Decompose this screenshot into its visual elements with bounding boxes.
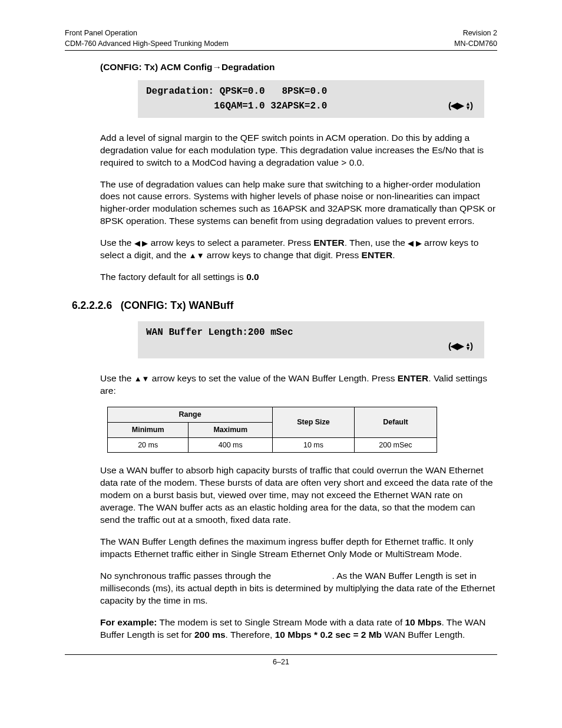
table-row: 20 ms 400 ms 10 ms 200 mSec — [108, 437, 437, 453]
nav-arrows-icon: (◀▶ ▲▼) — [448, 99, 476, 112]
th-min: Minimum — [108, 422, 189, 437]
paragraph-wanbuff-length: The WAN Buffer Length defines the maximu… — [100, 536, 497, 561]
arrow-right-icon: → — [213, 62, 222, 72]
th-default: Default — [354, 407, 437, 437]
table-header-row-1: Range Step Size Default — [108, 407, 437, 422]
default-value: 0.0 — [246, 272, 259, 282]
page-header: Front Panel Operation Revision 2 — [65, 28, 497, 38]
lcd-line-1: Degradation: QPSK=0.0 8PSK=0.0 — [146, 86, 327, 97]
section-title: (CONFIG: Tx) WANBuff — [121, 299, 234, 311]
page-number: 6–21 — [65, 657, 497, 667]
example-length: 200 ms — [194, 630, 226, 640]
td-max: 400 ms — [189, 437, 273, 453]
left-right-arrow-icon: ◀ ▶ — [134, 239, 148, 248]
enter-key-label: ENTER — [362, 250, 393, 260]
section-heading-degradation: (CONFIG: Tx) ACM Config→Degradation — [100, 61, 497, 74]
up-down-arrow-icon: ▲▼ — [134, 374, 150, 383]
th-step: Step Size — [273, 407, 355, 437]
paragraph-degradation-intro: Add a level of signal margin to the QEF … — [100, 132, 497, 169]
example-calc: 10 Mbps * 0.2 sec = 2 Mb — [275, 630, 382, 640]
paragraph-wanbuff-purpose: Use a WAN buffer to absorb high capacity… — [100, 465, 497, 526]
section-number: 6.2.2.2.6 — [72, 299, 112, 311]
paragraph-factory-default: The factory default for all settings is … — [100, 271, 497, 284]
td-step: 10 ms — [273, 437, 355, 453]
header-right-2: MN-CDM760 — [454, 39, 497, 48]
up-down-arrow-icon: ▲▼ — [189, 251, 204, 260]
enter-key-label: ENTER — [313, 238, 345, 248]
paragraph-example: For example: The modem is set to Single … — [100, 617, 497, 641]
enter-key-label: ENTER — [398, 373, 429, 383]
header-rule — [65, 50, 497, 51]
paragraph-key-instructions: Use the ◀ ▶ arrow keys to select a param… — [100, 237, 497, 262]
example-label: For example: — [100, 617, 157, 627]
page-body: (CONFIG: Tx) ACM Config→Degradation Degr… — [100, 61, 497, 641]
header-left-2: CDM-760 Advanced High-Speed Trunking Mod… — [65, 39, 229, 48]
paragraph-degradation-usage: The use of degradation values can help m… — [100, 179, 497, 228]
left-right-arrow-icon: ◀ ▶ — [408, 239, 422, 248]
section-heading-wanbuff: 6.2.2.2.6 (CONFIG: Tx) WANBuff — [72, 299, 497, 313]
range-table: Range Step Size Default Minimum Maximum … — [107, 407, 437, 453]
paragraph-sync-traffic: No synchronous traffic passes through th… — [100, 570, 497, 607]
example-rate: 10 Mbps — [405, 617, 442, 627]
lcd-display-wanbuff: WAN Buffer Length:200 mSec (◀▶ ▲▼) — [138, 321, 484, 358]
heading-suffix: Degradation — [222, 62, 275, 72]
header-right-1: Revision 2 — [463, 28, 497, 38]
paragraph-wanbuff-keys: Use the ▲▼ arrow keys to set the value o… — [100, 373, 497, 397]
footer-rule — [65, 654, 497, 655]
heading-prefix: (CONFIG: Tx) ACM Config — [100, 62, 213, 72]
th-range: Range — [108, 407, 273, 422]
lcd-line-2-spacer — [146, 340, 152, 354]
page-subheader: CDM-760 Advanced High-Speed Trunking Mod… — [65, 39, 497, 48]
nav-arrows-icon: (◀▶ ▲▼) — [448, 340, 476, 353]
lcd-line-2: 16QAM=1.0 32APSK=2.0 — [146, 100, 327, 113]
td-default: 200 mSec — [354, 437, 437, 453]
td-min: 20 ms — [108, 437, 189, 453]
lcd-display-degradation: Degradation: QPSK=0.0 8PSK=0.0 16QAM=1.0… — [138, 80, 484, 117]
header-left-1: Front Panel Operation — [65, 28, 137, 38]
th-max: Maximum — [189, 422, 273, 437]
lcd-line-1: WAN Buffer Length:200 mSec — [146, 327, 293, 338]
